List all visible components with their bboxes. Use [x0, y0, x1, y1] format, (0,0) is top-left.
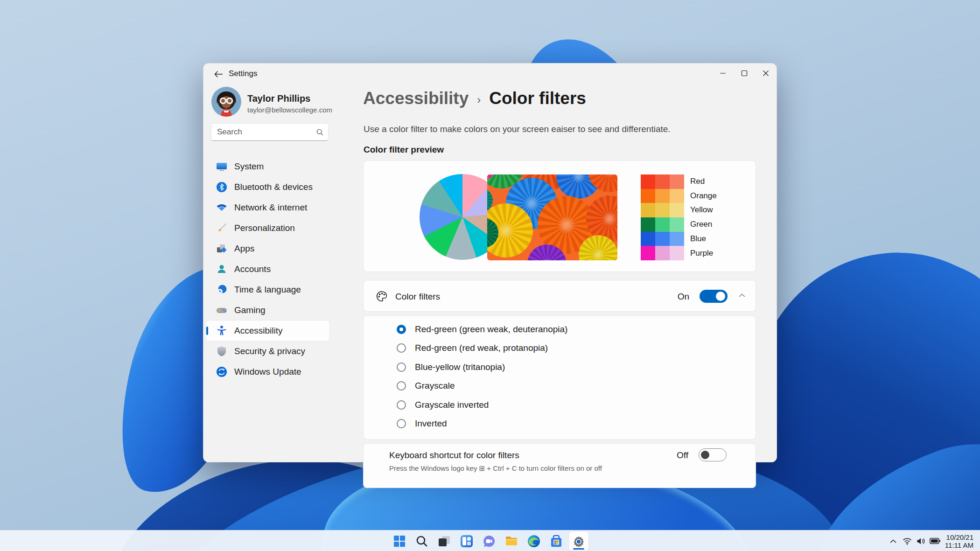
- swatch-cell: [641, 174, 655, 189]
- sidebar-item-label: System: [234, 161, 264, 172]
- radio-unselected[interactable]: [397, 419, 406, 428]
- swatch-cell: [641, 246, 655, 260]
- filter-option-row[interactable]: Grayscale inverted: [364, 396, 756, 414]
- taskbar-widgets-icon[interactable]: [455, 530, 478, 551]
- radio-unselected[interactable]: [397, 400, 406, 410]
- sidebar-item-label: Accessibility: [234, 326, 282, 336]
- sidebar-item-personalization[interactable]: Personalization: [206, 218, 329, 238]
- keyboard-shortcut-toggle[interactable]: [699, 448, 727, 461]
- swatch-cell: [655, 246, 670, 260]
- network-icon: [216, 202, 228, 214]
- avatar[interactable]: [211, 87, 241, 117]
- filter-option-label: Inverted: [415, 418, 447, 429]
- taskbar-edge-icon[interactable]: [523, 530, 545, 551]
- system-icon: [216, 160, 228, 173]
- titlebar[interactable]: Settings: [203, 63, 777, 85]
- back-button[interactable]: [211, 67, 226, 81]
- close-button[interactable]: [755, 63, 777, 83]
- sidebar-item-network-internet[interactable]: Network & internet: [206, 197, 329, 218]
- filter-option-row[interactable]: Blue-yellow (tritanopia): [364, 358, 756, 377]
- taskbar-store-icon[interactable]: [545, 530, 567, 551]
- breadcrumb-separator-icon: ›: [477, 93, 481, 106]
- filter-option-label: Red-green (green weak, deuteranopia): [415, 324, 567, 335]
- taskbar-chat-icon[interactable]: [478, 530, 500, 551]
- search-icon: [316, 129, 323, 136]
- minimize-button[interactable]: [712, 63, 734, 83]
- radio-unselected[interactable]: [397, 343, 406, 353]
- accounts-icon: [216, 263, 228, 275]
- swatch-label: Blue: [690, 232, 706, 246]
- palette-icon: [376, 290, 388, 302]
- sidebar-item-apps[interactable]: Apps: [206, 238, 329, 259]
- swatch-row-orange: [641, 189, 684, 203]
- sidebar-item-system[interactable]: System: [206, 156, 329, 177]
- swatch-row-purple: [641, 246, 684, 260]
- filter-option-row[interactable]: Grayscale: [364, 377, 756, 395]
- swatch-row-yellow: [641, 203, 684, 217]
- swatch-cell: [670, 174, 684, 189]
- breadcrumb-parent[interactable]: Accessibility: [363, 89, 469, 108]
- pinwheel-image: [487, 174, 617, 260]
- radio-selected[interactable]: [397, 325, 406, 334]
- volume-icon[interactable]: [914, 530, 928, 551]
- taskbar-task-view-icon[interactable]: [433, 530, 455, 551]
- color-filters-toggle[interactable]: [700, 290, 728, 303]
- system-tray: 10/20/21 11:11 AM: [886, 530, 976, 551]
- start-icon: [392, 534, 406, 548]
- wifi-icon[interactable]: [900, 530, 914, 551]
- search-input[interactable]: Search: [211, 123, 329, 141]
- swatch-row-green: [641, 217, 684, 232]
- swatch-cell: [670, 189, 684, 203]
- battery-icon[interactable]: [928, 530, 942, 551]
- sidebar-item-security-privacy[interactable]: Security & privacy: [206, 341, 329, 362]
- accessibility-icon: [216, 325, 228, 337]
- keyboard-shortcut-description: Press the Windows logo key ⊞ + Ctrl + C …: [389, 464, 602, 473]
- swatch-cell: [655, 174, 670, 189]
- sidebar-item-label: Network & internet: [234, 202, 307, 213]
- time-language-icon: [216, 284, 228, 296]
- swatch-cell: [641, 232, 655, 246]
- color-filters-toggle-row[interactable]: Color filters On: [363, 280, 756, 312]
- bluetooth-icon: [216, 181, 228, 193]
- filter-option-row[interactable]: Red-green (green weak, deuteranopia): [364, 320, 756, 339]
- maximize-button[interactable]: [734, 63, 755, 83]
- color-filter-preview-card: RedOrangeYellowGreenBluePurple: [363, 160, 756, 272]
- taskbar-start-icon[interactable]: [388, 530, 411, 551]
- swatch-cell: [655, 232, 670, 246]
- windows-update-icon: [216, 366, 228, 378]
- filter-option-label: Red-green (red weak, protanopia): [415, 343, 548, 353]
- keyboard-shortcut-row[interactable]: Keyboard shortcut for color filters Pres…: [363, 443, 756, 488]
- taskbar-search-icon[interactable]: [411, 530, 433, 551]
- radio-unselected[interactable]: [397, 363, 406, 372]
- swatch-label: Purple: [690, 246, 713, 261]
- sidebar-nav: SystemBluetooth & devicesNetwork & inter…: [206, 156, 335, 382]
- gaming-icon: [216, 304, 228, 316]
- chevron-up-icon[interactable]: [886, 530, 900, 551]
- taskbar: 10/20/21 11:11 AM: [0, 530, 980, 551]
- apps-icon: [216, 243, 228, 255]
- swatch-cell: [655, 203, 670, 217]
- chevron-up-icon[interactable]: [739, 293, 745, 297]
- sidebar-item-label: Personalization: [234, 223, 295, 233]
- taskbar-file-explorer-icon[interactable]: [500, 530, 523, 551]
- taskbar-settings-icon[interactable]: [567, 530, 590, 551]
- sidebar-item-windows-update[interactable]: Windows Update: [206, 362, 329, 382]
- sidebar-item-accessibility[interactable]: Accessibility: [206, 321, 329, 341]
- keyboard-shortcut-state: Off: [677, 450, 688, 460]
- sidebar-item-accounts[interactable]: Accounts: [206, 259, 329, 279]
- sidebar-item-bluetooth-devices[interactable]: Bluetooth & devices: [206, 177, 329, 197]
- swatch-row-blue: [641, 232, 684, 246]
- sidebar-item-label: Bluetooth & devices: [234, 182, 313, 192]
- settings-icon: [572, 534, 586, 548]
- page-description: Use a color filter to make colors on you…: [364, 124, 671, 134]
- tray-time: 11:11 AM: [945, 541, 973, 549]
- filter-option-row[interactable]: Inverted: [364, 414, 756, 433]
- sidebar-item-time-language[interactable]: Time & language: [206, 279, 329, 300]
- clock[interactable]: 10/20/21 11:11 AM: [945, 533, 976, 549]
- edge-icon: [527, 534, 541, 548]
- sidebar-item-gaming[interactable]: Gaming: [206, 300, 329, 321]
- filter-option-row[interactable]: Red-green (red weak, protanopia): [364, 339, 756, 357]
- sidebar-item-label: Gaming: [234, 305, 266, 315]
- radio-unselected[interactable]: [397, 381, 406, 391]
- swatch-cell: [670, 246, 684, 260]
